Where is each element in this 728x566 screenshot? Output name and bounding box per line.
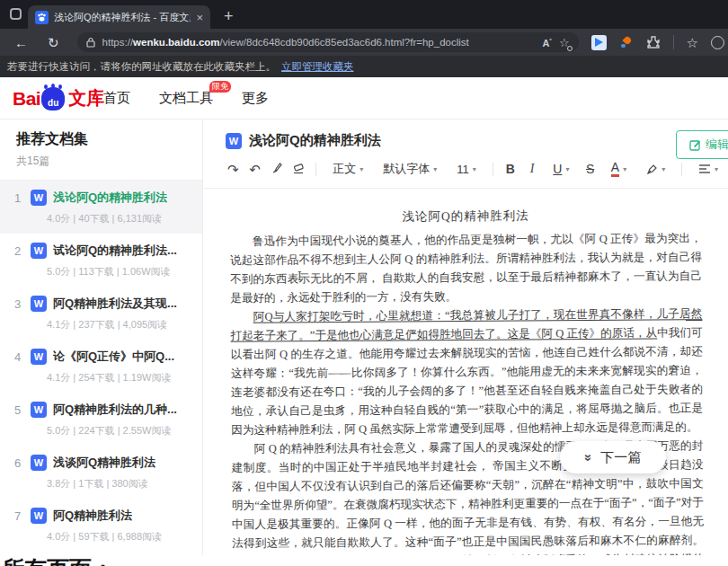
doc-title: 阿Q精神胜利法的几种... [53, 402, 177, 418]
browser-navbar: ← ↻ https://wenku.baidu.com/view/8dc648c… [0, 29, 728, 56]
paragraph-2: 阿Q与人家打架吃亏时，心里就想道：“我总算被儿子打了，现在世界真不像样，儿子居然… [230, 305, 703, 440]
word-doc-icon: W [31, 402, 47, 418]
doc-stats: 4.1分 | 237下载 | 4,095阅读 [47, 318, 195, 332]
font-family-dropdown[interactable]: 默认字体▾ [383, 161, 437, 177]
back-icon[interactable]: ← [14, 36, 28, 49]
document-main: W 浅论阿Q的精神胜利法 编辑 ↷ ↶ 正文▾ 默认字体▾ 11▾ B I U▾… [204, 120, 728, 555]
doc-list-item-1[interactable]: 1 W 浅论阿Q的精神胜利法 4.0分 | 40下载 | 6,131阅读 [0, 181, 202, 234]
doc-stats: 4.0分 | 40下载 | 6,131阅读 [47, 212, 195, 226]
rank: 1 [14, 191, 24, 205]
doc-list-item-3[interactable]: 3 W 阿Q精神胜利法及其现... 4.1分 | 237下载 | 4,095阅读 [0, 287, 202, 340]
format-painter-icon[interactable] [266, 162, 288, 176]
rank: 5 [14, 403, 24, 417]
next-article-button[interactable]: » 下一篇 [560, 441, 666, 473]
paragraph-1: 鲁迅作为中国现代小说的奠基人，他的作品更是独树一帜，尤以《阿 Q 正传》最为突出… [230, 229, 703, 308]
browser-titlebar: 浅论阿Q的精神胜利法 - 百度文库 × + [0, 0, 728, 29]
font-size-dropdown[interactable]: 11▾ [457, 163, 476, 176]
underlined-text: 阿Q与人家打架吃亏时，心里就想道：“我总算被儿子打了，现在世界真不像样，儿子居然… [231, 307, 703, 342]
doc-title: 论《阿Q正传》中阿Q... [53, 349, 174, 365]
doc-title: 浅谈阿Q精神胜利法 [53, 455, 155, 471]
chevron-down-icon: ▾ [565, 165, 569, 173]
document-title: 浅论阿Q的精神胜利法 [249, 132, 381, 149]
nav-home[interactable]: 首页 [103, 90, 130, 107]
favorite-star-gear-icon[interactable]: ☆ [559, 36, 570, 49]
undo-icon[interactable]: ↶ [244, 163, 265, 176]
next-label: 下一篇 [600, 449, 641, 466]
eraser-icon[interactable] [288, 162, 309, 176]
logo-wenku-text: 文库 [68, 86, 104, 111]
lock-icon [86, 37, 95, 48]
new-tab-button[interactable]: + [224, 4, 234, 29]
read-aloud-icon[interactable]: Aˣ [542, 37, 552, 49]
italic-button[interactable]: I [521, 163, 543, 175]
chevron-down-icon: ▾ [661, 165, 665, 173]
align-dropdown[interactable]: ▾ [698, 164, 718, 174]
paragraph-style-dropdown[interactable]: 正文▾ [333, 161, 363, 177]
tab-actions-icon[interactable] [10, 8, 22, 20]
doc-title: 浅论阿Q的精神胜利法 [53, 190, 167, 206]
extension-icons: ☆ [591, 35, 724, 50]
tab-title: 浅论阿Q的精神胜利法 - 百度文库 [54, 11, 191, 24]
sidebar-count: 共15篇 [16, 154, 202, 169]
favorites-notification-bar: 若要进行快速访问，请将你的网址收藏放在此收藏夹栏上。 立即管理收藏夹 [0, 56, 728, 77]
rank: 6 [14, 456, 24, 470]
baidu-paw-favicon-icon [35, 11, 49, 24]
toolbar-divider [493, 163, 493, 176]
doc-stats: 5.0分 | 113下载 | 1.06W阅读 [47, 265, 195, 279]
extensions-puzzle-icon[interactable] [646, 35, 661, 49]
font-color-dropdown[interactable]: A▾ [611, 161, 626, 177]
doc-stats: 4.0分 | 59下载 | 6,988阅读 [47, 530, 195, 544]
blue-extension-icon[interactable] [591, 35, 607, 50]
rank: 4 [14, 350, 24, 364]
rocket-extension-icon[interactable] [619, 35, 634, 49]
editor-toolbar: ↷ ↶ 正文▾ 默认字体▾ 11▾ B I U▾ S A▾ ▾ ▾ [204, 149, 728, 185]
site-nav: 首页 文档工具限免 更多 [103, 77, 269, 119]
doc-list-item-6[interactable]: 6 W 浅谈阿Q精神胜利法 3.8分 | 1下载 | 380阅读 [0, 446, 202, 499]
doc-list-item-7[interactable]: 7 W 阿Q精神胜利法 4.0分 | 59下载 | 6,988阅读 [0, 499, 202, 552]
free-badge: 限免 [209, 81, 231, 93]
rank: 7 [14, 509, 24, 523]
rank: 2 [14, 244, 24, 258]
nav-doc-tools[interactable]: 文档工具限免 [159, 90, 213, 107]
recommended-docs-sidebar: 推荐文档集 共15篇 1 W 浅论阿Q的精神胜利法 4.0分 | 40下载 | … [0, 120, 203, 555]
word-doc-icon: W [31, 508, 47, 524]
baidu-wenku-logo[interactable]: Bai du 文库 [13, 86, 104, 111]
doc-list-item-4[interactable]: 4 W 论《阿Q正传》中阿Q... 4.1分 | 254下载 | 1.19W阅读 [0, 340, 202, 393]
underline-dropdown[interactable]: U▾ [553, 162, 569, 176]
doc-stats: 3.8分 | 1下载 | 380阅读 [47, 477, 195, 491]
word-doc-icon: W [31, 296, 47, 312]
paw-icon: du [41, 87, 65, 111]
redo-icon[interactable]: ↷ [222, 163, 244, 176]
chevron-down-icon: ▾ [715, 165, 718, 173]
site-header: Bai du 文库 首页 文档工具限免 更多 搜索文档 上传文档 VIP [0, 77, 728, 119]
doc-list-item-5[interactable]: 5 W 阿Q精神胜利法的几种... 5.0分 | 224下载 | 2.55W阅读 [0, 393, 202, 446]
text-cursor-icon: I [297, 271, 305, 283]
highlight-pen-dropdown[interactable]: ▾ [646, 164, 665, 175]
bold-button[interactable]: B [500, 163, 521, 175]
chevron-down-icon: ▾ [623, 165, 626, 173]
profile-icon[interactable] [711, 36, 724, 49]
url-domain: wenku.baidu.com [133, 37, 220, 48]
word-doc-icon: W [31, 455, 47, 471]
document-page: 浅论阿Q的精神胜利法 鲁迅作为中国现代小说的奠基人，他的作品更是独树一帜，尤以《… [204, 187, 728, 555]
word-doc-icon: W [226, 133, 242, 149]
url-scheme: https:// [102, 37, 134, 48]
manage-favorites-link[interactable]: 立即管理收藏夹 [281, 60, 354, 74]
word-doc-icon: W [31, 190, 47, 206]
browser-tab[interactable]: 浅论阿Q的精神胜利法 - 百度文库 × [28, 5, 210, 29]
doc-list-item-2[interactable]: 2 W 试论阿Q的精神胜利法... 5.0分 | 113下载 | 1.06W阅读 [0, 234, 202, 287]
chevron-down-icon: ▾ [473, 165, 476, 173]
refresh-icon[interactable]: ↻ [48, 36, 59, 49]
double-chevron-down-icon: » [582, 454, 597, 461]
url-path: /view/8dc648cdb90d6c85ed3ac6d6.html?fr=h… [220, 37, 469, 48]
doc-title: 试论阿Q的精神胜利法... [53, 243, 177, 259]
strikethrough-button[interactable]: S [579, 163, 600, 175]
doc-stats: 4.1分 | 254下载 | 1.19W阅读 [47, 371, 195, 385]
nav-more[interactable]: 更多 [242, 90, 269, 107]
favorites-bar-star-icon[interactable]: ☆ [687, 36, 698, 49]
edit-button[interactable]: 编辑 [676, 130, 728, 159]
address-bar[interactable]: https://wenku.baidu.com/view/8dc648cdb90… [77, 32, 579, 52]
screen: 浅论阿Q的精神胜利法 - 百度文库 × + ← ↻ https://wenku.… [0, 0, 728, 566]
tab-close-icon[interactable]: × [196, 12, 203, 23]
word-doc-icon: W [31, 243, 47, 259]
